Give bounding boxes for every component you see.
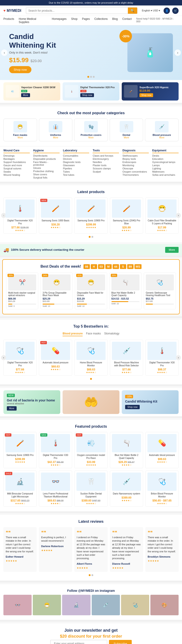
newsletter-email-input[interactable] [50, 640, 107, 644]
tab-face-masks[interactable]: Face masks [86, 332, 101, 336]
product-card-0[interactable]: 🌡️ Digital Thermometer X20 Pro $77.66 $1… [3, 198, 37, 234]
sub-link-5-0[interactable]: Desks [152, 154, 179, 157]
insta-item-1[interactable]: 😷 [33, 595, 61, 615]
promo-btn-3[interactable]: Shop now [140, 93, 153, 97]
sub-link-0-0[interactable]: Dressings [3, 154, 30, 157]
deal-card-2[interactable]: 41% 😷 Disposable Face Mask for Unisex $1… [75, 272, 107, 309]
user-icon-btn[interactable]: 👤 [164, 8, 170, 14]
cat-dental[interactable]: 🦷 Dental More [110, 118, 143, 141]
sub-link-4-1[interactable]: Biopsy tools [122, 158, 149, 160]
sub-link-5-5[interactable]: Mattresses [152, 170, 179, 173]
deal-card-3[interactable]: 30% 🫗 Blue Hot Water Bottle 2 Quart Capa… [109, 272, 142, 309]
sub-link-2-6[interactable]: Test tubes [63, 174, 89, 176]
hero-dot-2[interactable] [90, 76, 92, 78]
hero-dot-1[interactable] [87, 76, 89, 78]
deal-card-0[interactable]: 30% ✂️ Multi-hook stacker surgical optic… [6, 272, 38, 309]
hero-shop-btn[interactable]: Shop now [9, 66, 31, 73]
sub-link-4-0[interactable]: Stethoscopes [122, 154, 149, 157]
bs-prev-btn[interactable]: ‹ [1, 355, 6, 360]
sub-link-0-4[interactable]: Surgical sutures [3, 167, 30, 170]
sub-link-3-3[interactable]: Plaster tools [93, 164, 119, 167]
sub-link-3-0[interactable]: Claws and forceps [93, 154, 119, 157]
hero-dot-3[interactable] [93, 76, 95, 78]
cat-protective[interactable]: 🧤 Protective covers More [74, 118, 108, 141]
featured-card-3[interactable]: 🫗 Blue Hot Water Bottle 2 Quart Capacity… [110, 432, 143, 468]
sub-link-3-5[interactable]: Scalpel [93, 170, 119, 173]
insta-item-3[interactable]: 💉 [92, 595, 120, 615]
sub-link-1-1[interactable]: Disposable products [33, 158, 60, 160]
cat-more-4[interactable]: More [146, 136, 177, 139]
sub-link-0-5[interactable]: Swabs [3, 170, 30, 173]
sub-link-2-2[interactable]: Diagnostic tests [63, 161, 89, 164]
sub-link-5-4[interactable]: Lighting [152, 167, 179, 170]
product-card-2[interactable]: 🪥 Samsung Sonic 10900 Pro $299.99 ★★★★★ [74, 198, 108, 234]
sub-link-5-2[interactable]: Gynecological lamps [152, 161, 179, 164]
lang-selector[interactable]: English ▾ USD ▾ [142, 9, 160, 12]
cat-more-1[interactable]: More [40, 136, 71, 139]
tab-blood-pressure[interactable]: Blood pressure [63, 332, 83, 336]
sub-link-3-4[interactable]: Scissors clamps [93, 167, 119, 170]
sub-link-0-3[interactable]: Gauze and more [3, 164, 30, 167]
sub-link-2-4[interactable]: Pipettes [63, 167, 89, 170]
nav-shop[interactable]: Shop [71, 17, 78, 24]
sub-link-3-1[interactable]: Electrosurgery [93, 158, 119, 160]
bs-card-3[interactable]: 💉 Blood Pressure Machine with Blood Risk… [110, 340, 143, 376]
logo[interactable]: ♥ MYMEDI [3, 9, 21, 13]
nav-homepages[interactable]: Homepages [52, 17, 67, 24]
insta-item-5[interactable]: 🎨 [150, 595, 179, 615]
sub-link-0-1[interactable]: Bandages [3, 158, 30, 160]
newsletter-subscribe-btn[interactable]: Subscribe [109, 640, 132, 644]
cat-more-2[interactable]: More [76, 136, 106, 139]
banner-btn-0[interactable]: More [7, 406, 17, 410]
sub-link-5-6[interactable]: Sofas and armchairs [152, 174, 179, 176]
bs-card-2[interactable]: 🩺 Home Blood Pressure Monitor $88.63 ★★★… [74, 340, 108, 376]
bs-card-4[interactable]: 🌡️ Digital Thermometer X30 Pro $98.37 ★★… [145, 340, 179, 376]
hero-prev-btn[interactable]: ‹ [1, 50, 7, 56]
product-card-4[interactable]: 😷 Cabin Dust Filter Breathable 5 Layers … [145, 198, 179, 234]
cat-blood-pressure[interactable]: 💉 Blood pressure More [145, 118, 179, 141]
sub-link-2-5[interactable]: Tubes [63, 170, 89, 173]
cat-face-masks[interactable]: 😷 Face masks More [3, 118, 37, 141]
bs-card-0[interactable]: 🩺 Digital Thermometer X20 Pro $77.66 ★★★… [3, 340, 37, 376]
cat-uniforms[interactable]: 👔 Uniforms More [39, 118, 73, 141]
featured-card-2[interactable]: HOT 💨 Oxygen concentrator model Pro Race… [74, 432, 108, 468]
sub-link-2-1[interactable]: Devices [63, 158, 89, 160]
reviews-dot-2[interactable] [91, 574, 93, 576]
sub-link-4-2[interactable]: Endoscopes [122, 161, 149, 164]
products-next-btn[interactable]: › [176, 213, 181, 218]
bs-card-1[interactable]: HOT 💊 Automatic blood pressure $68.63 ★★… [39, 340, 72, 376]
hero-next-btn[interactable]: › [175, 50, 181, 56]
sub-link-4-4[interactable]: Otoscope [122, 167, 149, 170]
promo-btn-2[interactable]: Shop now [80, 93, 94, 97]
sub-link-0-6[interactable]: Wound healing [3, 174, 30, 176]
sub-link-5-1[interactable]: Education [152, 158, 179, 160]
sub-link-1-3[interactable]: Gloves [33, 167, 60, 170]
nav-home-medical[interactable]: Home Medical Supplies [19, 17, 47, 24]
nav-collections[interactable]: Collections [94, 17, 108, 24]
search-input[interactable] [26, 8, 128, 14]
sub-link-0-2[interactable]: Support foundations [3, 161, 30, 164]
sub-link-4-6[interactable]: Thermometers [122, 174, 149, 176]
sub-link-4-3[interactable]: Monitoring [122, 164, 149, 167]
product-card-3[interactable]: 🪥 Samsung Sonic (2040) Pro Blue $26.99 ★… [110, 198, 143, 234]
cart-icon-btn[interactable]: 🛒 [172, 8, 179, 14]
featured-card-6[interactable]: 👓 Lens Frame Professional Titanium Multi… [39, 470, 72, 507]
featured-card-7[interactable]: 🦷 Suction Roller Dental Equipment $389.6… [74, 470, 108, 507]
insta-item-0[interactable]: 👓 [3, 595, 32, 615]
sub-link-4-5[interactable]: Oxygen concentrators [122, 170, 149, 173]
products-dot-1[interactable] [89, 236, 91, 238]
featured-card-5[interactable]: SALE 🔬 Milli Binocular Compound Light Mi… [3, 470, 37, 507]
sub-link-1-2[interactable]: Face Masks - protective [33, 161, 60, 166]
delivery-btn[interactable]: More [165, 247, 179, 253]
nav-products[interactable]: Products [3, 17, 14, 24]
cat-more-3[interactable]: More [111, 136, 142, 139]
sub-link-2-0[interactable]: Consumables [63, 154, 89, 157]
bs-dot-1[interactable] [90, 378, 92, 380]
sub-link-1-6[interactable]: Surgical foils [33, 176, 60, 179]
featured-card-8[interactable]: 💉 Dario Nanosensory system $389.60 ★★★★☆ [110, 470, 143, 507]
reviews-dot-1[interactable] [89, 574, 91, 576]
products-dot-2[interactable] [91, 236, 93, 238]
nav-contact[interactable]: Contact [122, 17, 132, 24]
tab-stomatology[interactable]: Stomatology [104, 332, 119, 336]
sub-link-1-0[interactable]: Disinfectants [33, 154, 60, 157]
